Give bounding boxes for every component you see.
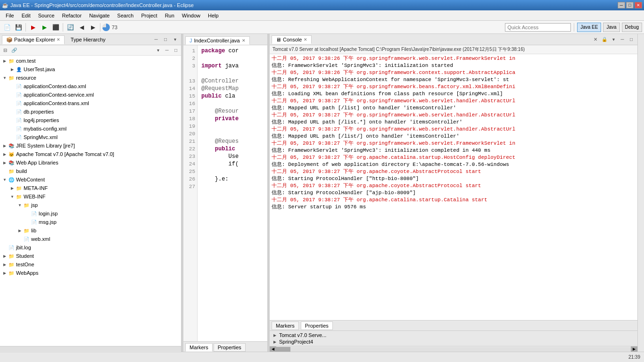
clear-console-button[interactable]: ✕ <box>591 35 600 44</box>
console-bottom-properties[interactable]: Properties <box>301 321 333 330</box>
menu-help[interactable]: Help <box>204 12 223 19</box>
tree-label: build <box>16 168 27 174</box>
left-panel-minimize-button[interactable]: ─ <box>163 46 171 55</box>
save-button[interactable]: 💾 <box>13 22 24 33</box>
console-minimize-button[interactable]: ─ <box>618 35 627 44</box>
tree-item[interactable]: 📄jbit.log <box>0 243 181 252</box>
tab-type-hierarchy[interactable]: Type Hierarchy <box>66 35 110 44</box>
tree-item[interactable]: ▶📚Web App Libraries <box>0 158 181 167</box>
maximize-button[interactable]: □ <box>626 2 634 8</box>
tree-item[interactable]: 📄applicationContext-trans.xml <box>0 99 181 107</box>
new-button[interactable]: 📄 <box>2 22 12 33</box>
console-bottom-markers[interactable]: Markers <box>272 321 299 330</box>
tree-item[interactable]: 📁build <box>0 167 181 175</box>
menu-run[interactable]: Run <box>161 12 178 19</box>
console-maximize-button[interactable]: □ <box>627 35 636 44</box>
menu-source[interactable]: Source <box>34 12 58 19</box>
tree-item[interactable]: 📄web.xml <box>0 235 181 243</box>
tree-item[interactable]: 📄login.jsp <box>0 209 181 218</box>
java-ee-perspective-button[interactable]: Java EE <box>577 23 601 32</box>
console-scrollbar-x[interactable]: ◀ ▶ <box>270 346 637 352</box>
tree-icon: 📄 <box>15 125 23 132</box>
forward-button[interactable]: ▶ <box>88 22 98 33</box>
tab-markers[interactable]: Markers <box>185 343 213 352</box>
tree-item[interactable]: ▶📁com.test <box>0 57 181 65</box>
tree-item[interactable]: 📄log4j.properties <box>0 116 181 124</box>
console-options-button[interactable]: ▾ <box>609 35 618 44</box>
back-button[interactable]: ◀ <box>76 22 87 33</box>
type-hierarchy-label: Type Hierarchy <box>71 37 106 42</box>
server-item-1[interactable]: ▶ Tomcat v7.0 Serve... <box>272 332 636 338</box>
tree-item[interactable]: ▼📁resource <box>0 74 181 82</box>
title-bar-left: ☕ Java EE - SpringProject4/src/com/demo/… <box>2 2 194 8</box>
scroll-right-button[interactable]: ▶ <box>631 346 637 352</box>
tree-item[interactable]: ▶📁testOne <box>0 260 181 269</box>
minimize-left-panel-button[interactable]: ─ <box>152 35 160 44</box>
tree-item[interactable]: ▶📚JRE System Library [jre7] <box>0 141 181 150</box>
tree-item[interactable]: 📄mybatis-config.xml <box>0 124 181 133</box>
title-bar-controls[interactable]: ─ □ ✕ <box>618 2 642 8</box>
server-item-2[interactable]: ▶ SpringProject4 <box>272 338 636 345</box>
tree-item[interactable]: ▶📁META-INF <box>0 184 181 192</box>
scroll-thumb[interactable] <box>276 347 290 352</box>
menu-navigate[interactable]: Navigate <box>85 12 113 19</box>
quick-access-input[interactable] <box>505 23 571 32</box>
stop-button[interactable]: ⬛ <box>50 22 61 33</box>
left-panel-options-button[interactable]: ▾ <box>154 46 162 55</box>
tree-item[interactable]: 📄SpringMvc.xml <box>0 133 181 141</box>
tree-item[interactable]: ▶🐱Apache Tomcat v7.0 [Apache Tomcat v7.0… <box>0 150 181 158</box>
tree-item[interactable]: 📄applicationContext-dao.xml <box>0 82 181 90</box>
tree-item[interactable]: ▶👤UserTest.java <box>0 65 181 74</box>
code-editor[interactable]: package cor import java @Controller @Req… <box>198 45 267 341</box>
menu-edit[interactable]: Edit <box>18 12 34 19</box>
scroll-track[interactable] <box>276 347 631 352</box>
run-button[interactable]: ▶ <box>39 22 50 33</box>
java-perspective-button[interactable]: Java <box>603 23 619 32</box>
tab-properties[interactable]: Properties <box>214 343 246 352</box>
tree-item[interactable]: 📄applicationContext-service.xml <box>0 90 181 99</box>
tree-icon: 📄 <box>15 116 23 124</box>
menu-refactor[interactable]: Refactor <box>58 12 86 19</box>
tree-item[interactable]: 📄db.properties <box>0 107 181 116</box>
minimize-button[interactable]: ─ <box>618 2 625 8</box>
menu-window[interactable]: Window <box>178 12 204 19</box>
close-index-controller-icon[interactable]: ✕ <box>242 38 246 43</box>
link-editor-button[interactable]: 🔗 <box>10 46 18 55</box>
tree-item[interactable]: ▼📁jsp <box>0 201 181 209</box>
tree-arrow: ▶ <box>2 254 8 258</box>
left-panel-scrollbar-x[interactable] <box>0 346 181 352</box>
scroll-left-button[interactable]: ◀ <box>270 346 276 352</box>
editor-bottom-tabs: Markers Properties <box>183 341 267 352</box>
console-output[interactable]: 十二月 05, 2017 9:38:26 下午 org.springframew… <box>270 54 637 320</box>
collapse-all-button[interactable]: ⊟ <box>1 46 9 55</box>
refresh-button[interactable]: 🔄 <box>65 22 75 33</box>
tree-item[interactable]: ▶📁Student <box>0 252 181 260</box>
menu-file[interactable]: File <box>2 12 18 19</box>
tree-label: applicationContext-trans.xml <box>24 100 89 106</box>
menu-search[interactable]: Search <box>114 12 138 19</box>
tab-index-controller[interactable]: J IndexController.java ✕ <box>185 36 250 45</box>
tree-label: UserTest.java <box>24 66 55 72</box>
tree-item[interactable]: ▼📁WEB-INF <box>0 192 181 201</box>
close-package-explorer-icon[interactable]: ✕ <box>57 37 60 42</box>
scroll-lock-button[interactable]: 🔒 <box>600 35 609 44</box>
tree-item[interactable]: ▶📁lib <box>0 226 181 235</box>
tree-item[interactable]: 📄msg.jsp <box>0 218 181 226</box>
tab-console[interactable]: 🖥 Console ✕ <box>272 35 312 44</box>
status-right: 21:39 <box>628 354 640 360</box>
menu-project[interactable]: Project <box>137 12 161 19</box>
console-tabs: 🖥 Console ✕ <box>272 35 313 44</box>
progress-indicator <box>102 24 110 31</box>
debug-perspective-button[interactable]: Debug <box>622 23 642 32</box>
tree-arrow: ▶ <box>9 67 15 72</box>
maximize-left-panel-button[interactable]: □ <box>161 35 170 44</box>
debug-button[interactable]: ▶ <box>28 22 38 33</box>
close-button[interactable]: ✕ <box>635 2 642 8</box>
tree-item[interactable]: ▼🌐WebContent <box>0 175 181 184</box>
close-console-icon[interactable]: ✕ <box>304 37 307 42</box>
tab-package-explorer[interactable]: 📦 Package Explorer ✕ <box>2 35 65 44</box>
left-panel-maximize-button[interactable]: □ <box>172 46 180 55</box>
tree-item[interactable]: ▶📁WebApps <box>0 269 181 277</box>
server-label-1: Tomcat v7.0 Serve... <box>279 332 326 338</box>
left-panel-menu-button[interactable]: ▾ <box>171 35 179 44</box>
